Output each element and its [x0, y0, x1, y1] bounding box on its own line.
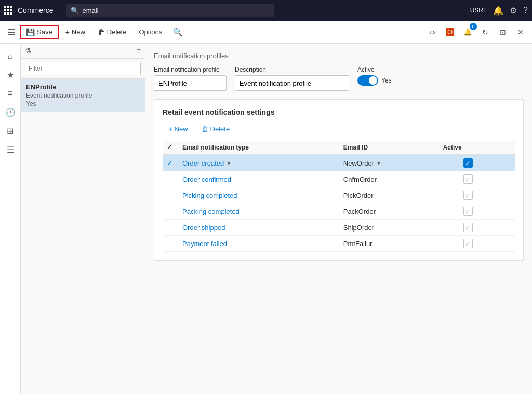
table-body: ✓Order created▼NewOrder▼✓Order confirmed… [163, 155, 515, 252]
notification-table: ✓ Email notification type Email ID Activ… [163, 141, 515, 252]
menu-icon[interactable]: ≡ [2, 85, 19, 102]
list-item[interactable]: ENProfile Event notification profile Yes [21, 79, 145, 112]
email-dropdown-chevron[interactable]: ▼ [376, 160, 381, 166]
header-row: ✓ Email notification type Email ID Activ… [163, 141, 515, 155]
main-toolbar: 💾 Save + New 🗑 Delete Options 🔍 ⇔ O 🔔 0 … [0, 21, 532, 44]
active-cell[interactable]: ✓ [439, 155, 497, 171]
home-icon[interactable]: ⌂ [2, 48, 19, 64]
active-toggle-label: Yes [381, 77, 392, 84]
table-row[interactable]: Packing completedPackOrder✓ [163, 203, 515, 220]
email-id-cell[interactable]: NewOrder▼ [339, 155, 439, 171]
office-icon[interactable]: O [443, 25, 457, 39]
notification-type-link[interactable]: Picking completed [182, 192, 237, 199]
row-check-cell [163, 187, 178, 203]
active-checkbox[interactable]: ✓ [463, 223, 473, 232]
spacer-cell [497, 236, 515, 252]
recent-icon[interactable]: 🕐 [2, 104, 19, 120]
bell-icon[interactable]: 🔔 [493, 6, 503, 16]
notification-badge: 0 [470, 23, 477, 30]
grid-new-button[interactable]: + New [163, 123, 194, 135]
notification-type-cell[interactable]: Picking completed [178, 187, 339, 203]
email-id-cell[interactable]: PmtFailur [339, 236, 439, 252]
description-field: Description [235, 66, 349, 91]
notification-type-link[interactable]: Packing completed [182, 208, 240, 215]
workspaces-icon[interactable]: ⊞ [2, 123, 19, 139]
description-input[interactable] [235, 75, 349, 91]
help-icon[interactable]: ? [523, 6, 528, 15]
refresh-icon[interactable]: ↻ [478, 25, 493, 39]
filter-icon[interactable]: ⚗ [25, 47, 32, 55]
item-title: ENProfile [26, 83, 140, 91]
delete-button[interactable]: 🗑 Delete [92, 25, 132, 39]
item-status: Yes [26, 100, 140, 107]
table-row[interactable]: Picking completedPickOrder✓ [163, 187, 515, 203]
toolbar-search-icon[interactable]: 🔍 [173, 28, 183, 37]
hamburger-icon[interactable] [4, 25, 19, 39]
notification-type-cell[interactable]: Order confirmed [178, 171, 339, 187]
active-checkbox[interactable]: ✓ [463, 158, 473, 168]
app-grid-icon[interactable] [4, 6, 12, 15]
active-cell[interactable]: ✓ [439, 236, 497, 252]
spacer-cell [497, 220, 515, 236]
spacer-cell [497, 155, 515, 171]
app-title: Commerce [18, 6, 53, 15]
profile-name-input[interactable] [154, 75, 227, 91]
active-checkbox[interactable]: ✓ [463, 239, 473, 248]
global-search-input[interactable] [82, 7, 270, 15]
list-panel: ⚗ ≡ ENProfile Event notification profile… [21, 44, 145, 394]
active-cell[interactable]: ✓ [439, 203, 497, 220]
settings-icon[interactable]: ⚙ [510, 6, 517, 16]
email-id-cell[interactable]: PackOrder [339, 203, 439, 220]
notification-type-link[interactable]: Order shipped [182, 224, 225, 232]
grid-delete-button[interactable]: 🗑 Delete [196, 123, 236, 135]
item-subtitle: Event notification profile [26, 92, 140, 99]
active-cell[interactable]: ✓ [439, 220, 497, 236]
search-box[interactable]: 🔍 [66, 4, 274, 17]
options-button[interactable]: Options [133, 25, 168, 38]
popout-icon[interactable]: ⊡ [496, 25, 510, 39]
notification-type-cell[interactable]: Order created▼ [178, 155, 339, 171]
table-header: ✓ Email notification type Email ID Activ… [163, 141, 515, 155]
notification-type-cell[interactable]: Packing completed [178, 203, 339, 220]
notification-type-cell[interactable]: Order shipped [178, 220, 339, 236]
active-toggle[interactable] [357, 75, 378, 86]
email-id-cell[interactable]: ShipOrder [339, 220, 439, 236]
column-chooser-icon[interactable]: ≡ [137, 47, 141, 55]
notification-type-link[interactable]: Order created [182, 159, 224, 167]
notification-type-link[interactable]: Order confirmed [182, 175, 231, 183]
table-row[interactable]: Order confirmedCnfmOrder✓ [163, 171, 515, 187]
active-cell[interactable]: ✓ [439, 171, 497, 187]
notification-type-cell[interactable]: Payment failed [178, 236, 339, 252]
svg-rect-0 [4, 6, 6, 8]
user-label: USRT [470, 7, 487, 14]
notification-icon[interactable]: 🔔 0 [460, 25, 475, 39]
svg-rect-9 [8, 29, 15, 30]
table-row[interactable]: Payment failedPmtFailur✓ [163, 236, 515, 252]
row-check-cell [163, 171, 178, 187]
active-checkbox[interactable]: ✓ [463, 174, 473, 184]
filter-input[interactable] [25, 62, 141, 75]
expand-icon[interactable]: ⇔ [425, 25, 440, 39]
plus-icon: + [65, 28, 70, 36]
type-dropdown-chevron[interactable]: ▼ [226, 160, 231, 166]
active-cell[interactable]: ✓ [439, 187, 497, 203]
close-icon[interactable]: ✕ [513, 25, 528, 39]
row-check-cell [163, 236, 178, 252]
delete-icon: 🗑 [98, 28, 105, 36]
row-check-cell: ✓ [163, 155, 178, 171]
active-checkbox[interactable]: ✓ [463, 191, 473, 200]
save-button[interactable]: 💾 Save [20, 25, 59, 39]
table-row[interactable]: ✓Order created▼NewOrder▼✓ [163, 155, 515, 171]
table-row[interactable]: Order shippedShipOrder✓ [163, 220, 515, 236]
active-toggle-container: Active Yes [357, 66, 392, 86]
favorites-icon[interactable]: ★ [2, 66, 19, 83]
active-checkbox[interactable]: ✓ [463, 207, 473, 216]
toggle-row: Yes [357, 75, 392, 86]
new-button[interactable]: + New [60, 25, 91, 39]
email-id-cell[interactable]: PickOrder [339, 187, 439, 203]
notification-type-link[interactable]: Payment failed [182, 240, 227, 248]
row-check-cell [163, 203, 178, 220]
description-label: Description [235, 66, 349, 73]
email-id-cell[interactable]: CnfmOrder [339, 171, 439, 187]
list-icon[interactable]: ☰ [2, 141, 19, 158]
